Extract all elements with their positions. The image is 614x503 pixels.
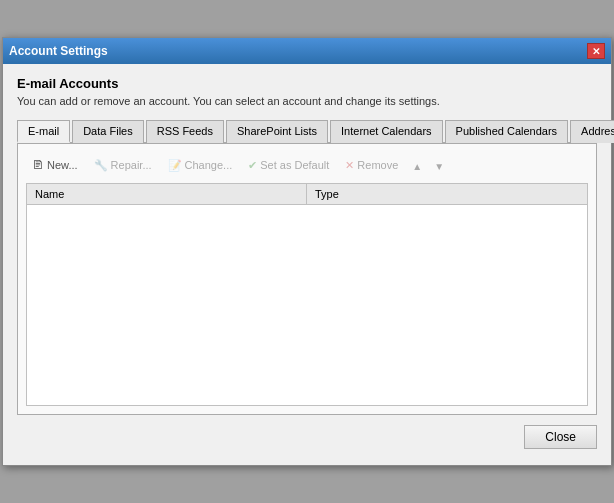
repair-button[interactable]: Repair... <box>88 154 158 175</box>
section-description: You can add or remove an account. You ca… <box>17 95 597 107</box>
new-label: New... <box>47 159 78 171</box>
accounts-table: Name Type <box>26 183 588 406</box>
tabs-container: E-mail Data Files RSS Feeds SharePoint L… <box>17 119 597 144</box>
footer: Close <box>17 415 597 451</box>
table-body <box>27 205 587 405</box>
column-name: Name <box>27 184 307 204</box>
tab-address-books[interactable]: Address Books <box>570 120 614 143</box>
check-icon <box>248 157 257 172</box>
repair-icon <box>94 157 108 172</box>
new-button[interactable]: New... <box>26 154 84 175</box>
set-default-label: Set as Default <box>260 159 329 171</box>
account-settings-window: Account Settings ✕ E-mail Accounts You c… <box>2 37 612 466</box>
tab-sharepoint-lists[interactable]: SharePoint Lists <box>226 120 328 143</box>
tab-data-files[interactable]: Data Files <box>72 120 144 143</box>
window-title: Account Settings <box>9 44 108 58</box>
title-bar-controls: ✕ <box>587 43 605 59</box>
up-arrow-icon <box>412 157 422 173</box>
change-label: Change... <box>185 159 233 171</box>
toolbar: New... Repair... Change... Set as Defaul… <box>26 152 588 177</box>
window-body: E-mail Accounts You can add or remove an… <box>3 64 611 465</box>
tab-content-email: New... Repair... Change... Set as Defaul… <box>17 144 597 415</box>
close-window-button[interactable]: ✕ <box>587 43 605 59</box>
remove-button[interactable]: Remove <box>339 154 404 175</box>
new-icon <box>32 157 44 172</box>
repair-label: Repair... <box>111 159 152 171</box>
move-up-button[interactable] <box>408 155 426 175</box>
remove-label: Remove <box>357 159 398 171</box>
remove-icon <box>345 157 354 172</box>
change-icon <box>168 157 182 172</box>
title-bar: Account Settings ✕ <box>3 38 611 64</box>
section-title: E-mail Accounts <box>17 76 597 91</box>
column-type: Type <box>307 184 587 204</box>
tab-internet-calendars[interactable]: Internet Calendars <box>330 120 443 143</box>
tab-rss-feeds[interactable]: RSS Feeds <box>146 120 224 143</box>
close-button[interactable]: Close <box>524 425 597 449</box>
table-header: Name Type <box>27 184 587 205</box>
down-arrow-icon <box>434 157 444 173</box>
tab-email[interactable]: E-mail <box>17 120 70 143</box>
move-down-button[interactable] <box>430 155 448 175</box>
tab-published-calendars[interactable]: Published Calendars <box>445 120 569 143</box>
change-button[interactable]: Change... <box>162 154 239 175</box>
set-default-button[interactable]: Set as Default <box>242 154 335 175</box>
